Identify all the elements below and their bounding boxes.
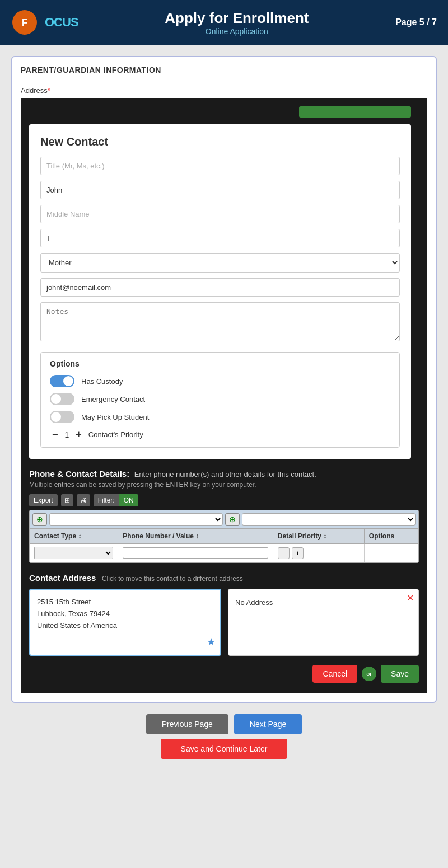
previous-page-button[interactable]: Previous Page [146, 714, 228, 734]
col-phone-value[interactable]: Phone Number / Value ↕ [118, 529, 273, 544]
phone-section-sub: Multiple entries can be saved by pressin… [29, 481, 419, 489]
col-options: Options [364, 529, 418, 544]
bottom-nav-row: Previous Page Next Page [146, 714, 302, 734]
notes-textarea[interactable] [40, 302, 400, 341]
emergency-contact-label: Emergency Contact [81, 395, 145, 403]
phone-section: Phone & Contact Details: Enter phone num… [29, 469, 419, 563]
contact-type-add-select[interactable] [49, 513, 223, 526]
emergency-contact-toggle[interactable] [50, 393, 74, 405]
cell-phone-value [118, 544, 273, 562]
new-contact-title: New Contact [40, 135, 400, 148]
cell-options [364, 544, 418, 562]
address-line2: Lubbock, Texas 79424 [37, 608, 213, 620]
options-title: Options [50, 359, 390, 368]
header-page: Page 5 / 7 [395, 17, 437, 27]
may-pickup-label: May Pick Up Student [81, 413, 149, 421]
focus-logo-icon: F [11, 9, 38, 36]
priority-label: Contact's Priority [88, 430, 143, 439]
col-detail-priority[interactable]: Detail Priority ↕ [273, 529, 364, 544]
cancel-button[interactable]: Cancel [312, 665, 357, 683]
sort-phone-icon[interactable]: ↕ [195, 532, 199, 540]
header-title: Apply for Enrollment [78, 10, 396, 27]
middle-name-input[interactable] [40, 205, 400, 223]
header: F OCUS Apply for Enrollment Online Appli… [0, 0, 448, 45]
header-subtitle: Online Application [78, 27, 396, 36]
phone-section-title: Phone & Contact Details: [29, 469, 129, 478]
address-label: Address* [21, 86, 427, 95]
contact-table: Contact Type ↕ Phone Number / Value ↕ De… [30, 529, 418, 562]
print-icon-button[interactable]: 🖨 [77, 494, 90, 506]
has-custody-row: Has Custody [50, 375, 390, 387]
cell-detail-priority: − + [273, 544, 364, 562]
contact-address-subtitle: Click to move this contact to a differen… [102, 575, 243, 583]
or-badge: or [362, 667, 376, 681]
table-add-row: ⊕ ⊕ [30, 510, 418, 529]
email-input[interactable] [40, 278, 400, 297]
contact-address-section: Contact Address Click to move this conta… [29, 573, 419, 656]
cell-contact-type [30, 544, 118, 562]
priority-increase-button[interactable]: + [292, 547, 304, 559]
new-contact-card: New Contact Mother Father Guardian Other… [29, 124, 411, 459]
filter-label: Filter: [94, 494, 119, 506]
section-title: PARENT/GUARDIAN INFORMATION [21, 65, 427, 79]
svg-text:F: F [22, 18, 27, 27]
green-bar-decoration [299, 106, 411, 118]
table-area: ⊕ ⊕ [29, 510, 419, 563]
favorite-star-icon[interactable]: ★ [207, 634, 216, 650]
first-name-input[interactable] [40, 181, 400, 199]
priority-minus-button[interactable]: − [50, 429, 60, 440]
bottom-buttons: Previous Page Next Page Save and Continu… [11, 714, 437, 770]
close-no-address-icon[interactable]: ✕ [407, 593, 414, 603]
col-contact-type[interactable]: Contact Type ↕ [30, 529, 118, 544]
priority-decrease-button[interactable]: − [278, 547, 290, 559]
main-content: PARENT/GUARDIAN INFORMATION Address* New… [0, 45, 448, 781]
last-name-input[interactable] [40, 229, 400, 247]
has-custody-label: Has Custody [81, 377, 123, 386]
contact-type-select[interactable] [34, 547, 113, 559]
emergency-contact-slider[interactable] [50, 393, 74, 405]
emergency-contact-row: Emergency Contact [50, 393, 390, 405]
priority-row: − 1 + Contact's Priority [50, 429, 390, 440]
may-pickup-row: May Pick Up Student [50, 411, 390, 423]
address-line1: 2515 15th Street [37, 597, 213, 608]
phone-value-input[interactable] [123, 547, 268, 559]
no-address-label: No Address [235, 598, 412, 607]
phone-section-desc: Enter phone number(s) and other details … [134, 470, 316, 478]
relationship-select[interactable]: Mother Father Guardian Other [40, 253, 400, 273]
title-input[interactable] [40, 157, 400, 175]
address-cards: 2515 15th Street Lubbock, Texas 79424 Un… [29, 589, 419, 656]
filter-value[interactable]: ON [119, 494, 138, 506]
priority-plus-button[interactable]: + [73, 429, 84, 440]
sort-contact-type-icon[interactable]: ↕ [78, 532, 81, 540]
may-pickup-slider[interactable] [50, 411, 74, 423]
export-button[interactable]: Export [29, 494, 58, 506]
contact-address-title: Contact Address [29, 573, 96, 583]
has-custody-toggle[interactable] [50, 375, 74, 387]
add-phone-value-button[interactable]: ⊕ [225, 513, 240, 526]
no-address-card[interactable]: ✕ No Address [228, 589, 419, 656]
toolbar-row: Export ⊞ 🖨 Filter: ON [29, 494, 419, 506]
grid-icon-button[interactable]: ⊞ [61, 494, 73, 506]
sort-priority-icon[interactable]: ↕ [323, 532, 326, 540]
save-button[interactable]: Save [381, 665, 419, 683]
current-address-card[interactable]: 2515 15th Street Lubbock, Texas 79424 Un… [29, 589, 221, 656]
priority-value: 1 [65, 430, 69, 439]
next-page-button[interactable]: Next Page [234, 714, 302, 734]
focus-text: OCUS [45, 15, 78, 30]
save-continue-later-button[interactable]: Save and Continue Later [161, 739, 288, 759]
outer-card: PARENT/GUARDIAN INFORMATION Address* New… [11, 56, 437, 703]
has-custody-slider[interactable] [50, 375, 74, 387]
phone-value-add-select[interactable] [242, 513, 416, 526]
filter-badge: Filter: ON [94, 494, 138, 506]
options-section: Options Has Custody Emergency Contact [40, 352, 400, 448]
header-title-area: Apply for Enrollment Online Application [78, 10, 396, 36]
may-pickup-toggle[interactable] [50, 411, 74, 423]
add-contact-type-button[interactable]: ⊕ [32, 513, 47, 526]
action-row: Cancel or Save [29, 665, 419, 685]
address-line3: United States of America [37, 620, 213, 632]
plus-circle-icon: ⊕ [36, 515, 43, 524]
logo-area: F OCUS [11, 9, 78, 36]
inner-dark-container: New Contact Mother Father Guardian Other… [21, 98, 427, 693]
table-header-row: Contact Type ↕ Phone Number / Value ↕ De… [30, 529, 418, 544]
table-row: − + [30, 544, 418, 562]
